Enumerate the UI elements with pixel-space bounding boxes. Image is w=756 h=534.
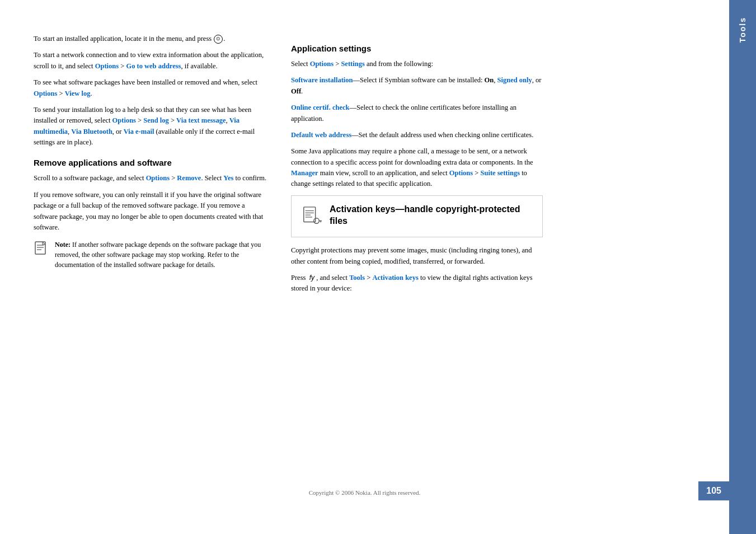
nav-icon: ⊙ bbox=[214, 35, 223, 44]
note-icon bbox=[34, 241, 49, 259]
activation-keys-box: Activation keys—handle copyright-protect… bbox=[291, 195, 543, 238]
default-web-term: Default web address bbox=[291, 131, 351, 139]
software-installation-term: Software installation bbox=[291, 76, 353, 84]
activation-box-heading: Activation keys—handle copyright-protect… bbox=[330, 204, 532, 227]
off-option: Off bbox=[291, 87, 301, 95]
signed-only-option: Signed only bbox=[497, 76, 532, 84]
copyright-protection-para: Copyright protections may prevent some i… bbox=[291, 245, 543, 267]
remove-para-2: If you remove software, you can only rei… bbox=[34, 190, 269, 233]
side-tab: Tools bbox=[729, 0, 756, 534]
activation-box-content: Activation keys—handle copyright-protect… bbox=[330, 204, 532, 229]
java-apps-para: Some Java applications may require a pho… bbox=[291, 146, 543, 190]
content-area: To start an installed application, locat… bbox=[0, 0, 729, 534]
remove-link[interactable]: Remove bbox=[177, 174, 201, 182]
intro-para-3: To see what software packages have been … bbox=[34, 77, 269, 99]
activation-keys-link[interactable]: Activation keys bbox=[372, 274, 418, 282]
note-box: Note: If another software package depend… bbox=[34, 240, 269, 275]
app-settings-heading: Application settings bbox=[291, 44, 543, 53]
via-text-message-link[interactable]: Via text message bbox=[176, 116, 226, 124]
send-log-link[interactable]: Send log bbox=[143, 116, 169, 124]
intro-para-4: To send your installation log to a help … bbox=[34, 105, 269, 148]
intro-para-2: To start a network connection and to vie… bbox=[34, 50, 269, 72]
remove-para-1: Scroll to a software package, and select… bbox=[34, 173, 269, 184]
view-log-link[interactable]: View log bbox=[65, 90, 91, 97]
online-certif-term: Online certif. check bbox=[291, 104, 350, 111]
via-bluetooth-link[interactable]: Via Bluetooth bbox=[71, 128, 112, 135]
options-link-1[interactable]: Options bbox=[95, 62, 119, 70]
manager-link[interactable]: Manager bbox=[291, 169, 318, 177]
activation-keys-icon bbox=[302, 206, 322, 228]
right-column: Application settings Select Options > Se… bbox=[291, 34, 543, 500]
via-email-link[interactable]: Via e-mail bbox=[124, 128, 154, 135]
options-link-6[interactable]: Options bbox=[449, 169, 473, 177]
on-option: On bbox=[485, 76, 494, 84]
online-certif-item: Online certif. check—Select to check the… bbox=[291, 102, 543, 124]
software-installation-item: Software installation—Select if Symbian … bbox=[291, 75, 543, 97]
go-to-web-address-link[interactable]: Go to web address bbox=[126, 62, 181, 70]
note-label: Note: bbox=[55, 241, 71, 249]
page-container: Tools 105 Copyright © 2006 Nokia. All ri… bbox=[0, 0, 756, 534]
options-link-4[interactable]: Options bbox=[146, 174, 170, 182]
options-link-3[interactable]: Options bbox=[112, 116, 136, 124]
remove-section-heading: Remove applications and software bbox=[34, 158, 269, 167]
settings-link[interactable]: Settings bbox=[341, 60, 364, 68]
options-link-2[interactable]: Options bbox=[34, 90, 57, 97]
default-web-item: Default web address—Set the default addr… bbox=[291, 130, 543, 140]
suite-settings-link[interactable]: Suite settings bbox=[481, 169, 520, 177]
key-symbol: fy bbox=[309, 274, 314, 282]
app-settings-intro: Select Options > Settings and from the f… bbox=[291, 59, 543, 69]
left-column: To start an installed application, locat… bbox=[34, 34, 269, 500]
side-tab-label: Tools bbox=[738, 17, 747, 43]
tools-link[interactable]: Tools bbox=[349, 274, 365, 282]
press-tools-para: Press fy , and select Tools > Activation… bbox=[291, 273, 543, 294]
intro-para-1: To start an installed application, locat… bbox=[34, 34, 269, 44]
note-text: Note: If another software package depend… bbox=[55, 240, 269, 270]
yes-link[interactable]: Yes bbox=[223, 174, 233, 182]
options-link-5[interactable]: Options bbox=[310, 60, 334, 68]
